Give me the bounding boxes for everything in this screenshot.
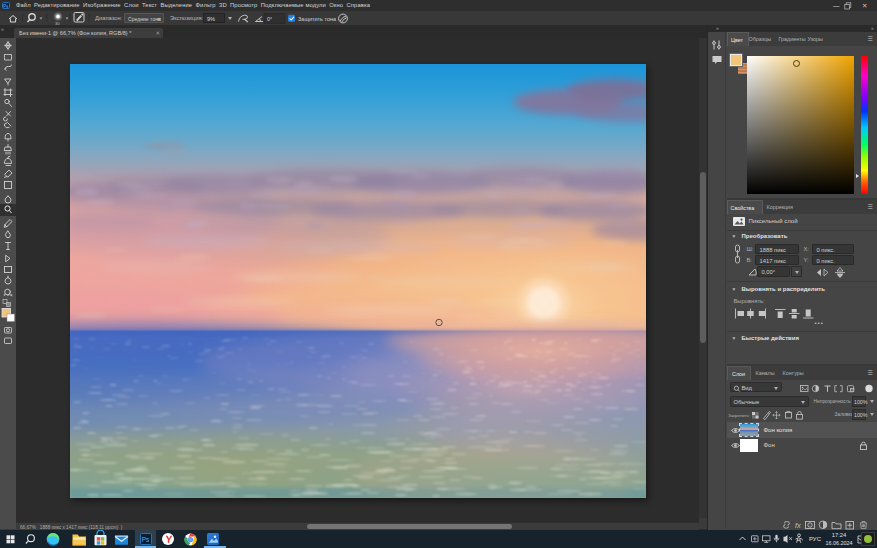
svg-text:Защитить тона: Защитить тона	[298, 16, 337, 22]
svg-text:fx: fx	[795, 521, 801, 530]
svg-text:30: 30	[55, 20, 60, 25]
svg-text:0°: 0°	[267, 16, 272, 22]
